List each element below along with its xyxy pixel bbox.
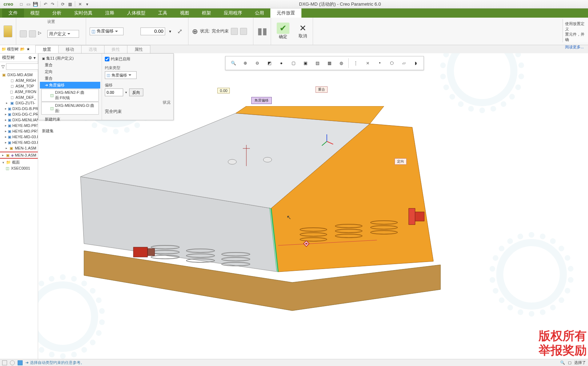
placement-constraint-item[interactable]: 重合: [40, 75, 100, 82]
datum-display-icon[interactable]: ⋮: [350, 57, 361, 69]
interface-icon[interactable]: [29, 30, 36, 37]
tree-item[interactable]: ◻ASM_RIGH: [0, 78, 38, 83]
constraint-type-combo[interactable]: ◫ 角度偏移: [90, 28, 124, 35]
tree-xsec-item[interactable]: ◫XSEC0001: [0, 165, 38, 171]
placement-set-header[interactable]: ▣ 集11 (用户定义): [40, 55, 100, 62]
subtab-placement[interactable]: 放置: [35, 45, 59, 53]
tab-public[interactable]: 公用: [248, 8, 270, 18]
display-style-icon[interactable]: ▢: [288, 57, 299, 69]
placement-constraint-item[interactable]: 定向: [40, 68, 100, 75]
tree-item[interactable]: ▸▣HEYE-MD.PRT: [0, 128, 38, 134]
folder-tab[interactable]: 📂: [20, 47, 25, 51]
tree-item[interactable]: ◻ASM_FRON: [0, 89, 38, 94]
csys-icon[interactable]: ⊕: [192, 27, 198, 36]
tab-view[interactable]: 视图: [174, 8, 196, 18]
spin-center-icon[interactable]: ◍: [336, 57, 347, 69]
status-icon1[interactable]: [231, 28, 238, 35]
method-combo[interactable]: 用户定义: [47, 30, 79, 38]
subtab-move[interactable]: 移动: [58, 45, 82, 53]
offset-spinner-icon[interactable]: ▾: [125, 91, 127, 94]
model-tree-tab[interactable]: 📁模型树: [1, 47, 19, 52]
offset-dropdown-icon[interactable]: ▾: [167, 29, 173, 34]
point-display-icon[interactable]: •: [374, 57, 385, 69]
tree-item[interactable]: ▸▣HEYE-MD.PRT: [0, 123, 38, 128]
offset-input[interactable]: [105, 89, 123, 96]
constraint-tag-angle[interactable]: 角度偏移: [251, 97, 272, 104]
tab-tools[interactable]: 工具: [152, 8, 174, 18]
component-icon[interactable]: [4, 25, 12, 37]
flip-button[interactable]: 反向: [129, 89, 143, 96]
placement-constraint-active[interactable]: ➜ 角度偏移: [40, 82, 100, 89]
zoom-fit-icon[interactable]: 🔍: [228, 57, 239, 69]
csys-display-icon[interactable]: ⬡: [386, 57, 397, 69]
close-icon[interactable]: ✕: [77, 1, 83, 7]
tab-annotate[interactable]: 注释: [99, 8, 121, 18]
tree-item[interactable]: ▸▣DXG-DG-B.PRT: [0, 106, 38, 111]
subtab-flex[interactable]: 换性: [104, 45, 127, 53]
shade-icon[interactable]: ●: [276, 57, 287, 69]
zoom-in-icon[interactable]: ⊕: [240, 57, 251, 69]
play-icon[interactable]: ▷: [38, 30, 45, 37]
placement-ref-1[interactable]: ◫DXG-MEN2-F:曲面:F8(镜: [41, 89, 99, 102]
tab-component-place[interactable]: 元件放置: [270, 8, 301, 18]
pause-icon[interactable]: ▮▮: [257, 26, 267, 37]
tree-item[interactable]: ▸▣DXG-ZUTI-: [0, 100, 38, 106]
model-3d-view[interactable]: [59, 106, 448, 318]
redo-icon[interactable]: ↷: [49, 1, 56, 7]
subtab-options[interactable]: 选项: [81, 45, 104, 53]
confirm-button[interactable]: ✔ 确定: [273, 21, 293, 41]
perspective-icon[interactable]: ▦: [324, 57, 335, 69]
saved-view-icon[interactable]: ▣: [300, 57, 311, 69]
read-more-link[interactable]: 阅读更多...: [565, 44, 586, 50]
windows-icon[interactable]: ▦: [67, 1, 73, 7]
tab-sim[interactable]: 实时仿真: [68, 8, 99, 18]
tab-manikin[interactable]: 人体模型: [121, 8, 152, 18]
new-set-link[interactable]: 新建集: [40, 128, 100, 134]
tree-item[interactable]: ◻ASM_DEF_: [0, 94, 38, 100]
constraint-enabled-checkbox[interactable]: 约束已启用: [105, 56, 170, 62]
offset-value-input[interactable]: [140, 28, 165, 35]
open-icon[interactable]: ▭: [25, 1, 31, 7]
tree-item[interactable]: ▸▣HEYE-MD-03.PRT: [0, 140, 38, 145]
cancel-button[interactable]: ✕ 取消: [295, 22, 311, 41]
sel-filter-icon[interactable]: 🔍: [560, 360, 565, 365]
tab-file[interactable]: 文件: [2, 8, 24, 18]
tab-apps[interactable]: 应用程序: [217, 8, 248, 18]
pick-icon[interactable]: [20, 30, 27, 37]
constraint-type-combo[interactable]: ◫ 角度偏移: [105, 71, 137, 79]
tree-item[interactable]: ◻ASM_TOP: [0, 83, 38, 89]
new-icon[interactable]: □: [18, 1, 24, 7]
tree-item[interactable]: ▸▣MEN-1.ASM: [0, 145, 38, 151]
tree-item-active[interactable]: ▸▣◈MEN-3.ASM: [0, 152, 38, 159]
sb-icon-2[interactable]: [10, 360, 15, 365]
subtab-properties[interactable]: 属性: [127, 45, 150, 53]
constraint-tag-coincident[interactable]: 重合: [316, 86, 328, 93]
save-icon[interactable]: 💾: [32, 1, 38, 7]
dimension-label[interactable]: 0.00: [217, 88, 230, 93]
tree-item[interactable]: ▸▣DXG-DG-C.PRT: [0, 111, 38, 117]
tree-filter-icon[interactable]: ▾: [34, 55, 36, 60]
sb-icon-1[interactable]: [2, 360, 7, 365]
annotation-display-icon[interactable]: ◗: [410, 57, 421, 69]
new-constraint-link[interactable]: 新建约束: [40, 116, 100, 123]
zoom-out-icon[interactable]: ⊖: [252, 57, 263, 69]
tree-root[interactable]: ▣DXG-MD.ASM: [0, 72, 38, 78]
repaint-icon[interactable]: ◩: [264, 57, 275, 69]
plane-display-icon[interactable]: ▱: [398, 57, 409, 69]
tree-item[interactable]: ▸▣HEYE-MD-03.PRT: [0, 134, 38, 140]
tab-model[interactable]: 模型: [24, 8, 46, 18]
sb-icon-3[interactable]: [18, 360, 23, 365]
axis-display-icon[interactable]: ⤫: [362, 57, 373, 69]
tab-frame[interactable]: 框架: [196, 8, 217, 18]
tree-section-folder[interactable]: ▾📁截面: [0, 159, 38, 165]
regen-icon[interactable]: ⟳: [60, 1, 66, 7]
layers-icon[interactable]: ▤: [312, 57, 323, 69]
placement-constraint-item[interactable]: 重合: [40, 62, 100, 68]
status-icon2[interactable]: [240, 28, 247, 35]
tree-item[interactable]: ▸▣DXG-MENLIANG-D.PRT: [0, 117, 38, 123]
filter-icon[interactable]: ▽: [1, 64, 5, 69]
constraint-tag-orient[interactable]: 定向: [395, 158, 407, 165]
flip-icon[interactable]: ⤢: [175, 28, 185, 35]
tab-analyze[interactable]: 分析: [46, 8, 68, 18]
undo-icon[interactable]: ↶: [42, 1, 49, 7]
